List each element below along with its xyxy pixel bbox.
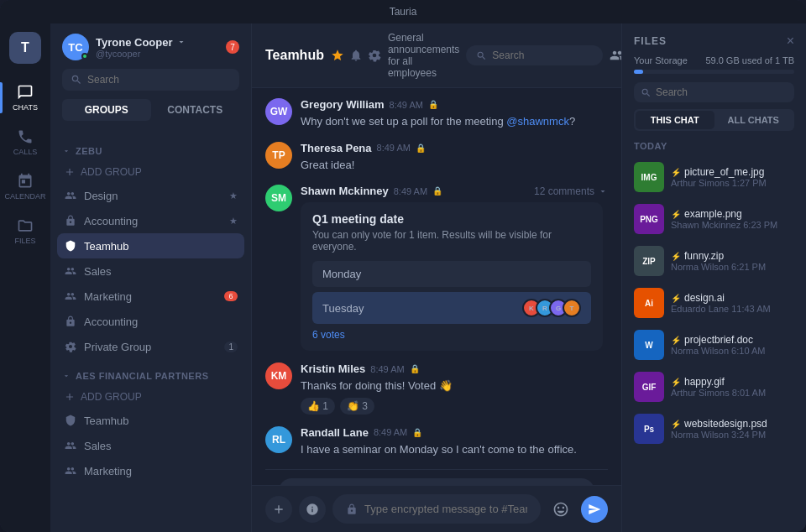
message-input-box[interactable] — [332, 494, 541, 524]
file-item[interactable]: Ps ⚡ websitedesign.psd Norma Wilson 3:24… — [629, 408, 799, 450]
add-icon — [64, 166, 76, 178]
poll-title: Q1 meeting date — [312, 212, 591, 226]
calendar-label: CALENDAR — [4, 192, 45, 201]
sidebar-item-chats[interactable]: CHATS — [0, 76, 50, 120]
group-teamhub2-name: Teamhub — [84, 415, 238, 427]
file-thumbnail: Ai — [634, 288, 664, 318]
group-teamhub-name: Teamhub — [84, 240, 238, 253]
msg-text: Great idea! — [301, 157, 608, 174]
group-marketing2-name: Marketing — [84, 465, 238, 477]
file-item[interactable]: IMG ⚡ picture_of_me.jpg Arthur Simons 1:… — [629, 156, 799, 198]
file-thumbnail: ZIP — [634, 246, 664, 276]
groups-search-box[interactable] — [62, 69, 239, 91]
file-item[interactable]: W ⚡ projectbrief.doc Norma Wilson 6:10 A… — [629, 324, 799, 366]
send-button[interactable] — [581, 496, 608, 523]
avatar: KM — [265, 362, 292, 389]
message-input-area — [252, 485, 621, 532]
info-button[interactable] — [299, 496, 326, 523]
add-group-aes[interactable]: ADD GROUP — [57, 386, 244, 408]
msg-text: Thanks for doing this! Voted 👋 — [301, 378, 608, 394]
tab-this-chat[interactable]: THIS CHAT — [636, 111, 714, 129]
file-item[interactable]: PNG ⚡ example.png Shawn Mckinnez 6:23 PM — [629, 198, 799, 240]
files-search-box[interactable] — [634, 82, 794, 102]
chat-search-input[interactable] — [492, 50, 593, 61]
msg-sender: Randall Lane — [301, 426, 369, 439]
file-icon: ⚡ — [671, 210, 681, 219]
comment-input[interactable] — [279, 478, 594, 485]
chat-search-box[interactable] — [466, 45, 603, 65]
sidebar-item-calls[interactable]: CALLS — [0, 120, 50, 164]
files-label: FILES — [14, 237, 35, 245]
file-info: ⚡ example.png Shawn Mckinnez 6:23 PM — [671, 208, 794, 230]
tab-contacts[interactable]: CONTACTS — [151, 99, 240, 121]
storage-labels: Your Storage 59.0 GB used of 1 TB — [634, 55, 794, 65]
bell-icon[interactable] — [349, 49, 363, 62]
group-marketing[interactable]: Marketing 6 — [57, 284, 244, 309]
reaction-clap[interactable]: 👏 3 — [340, 398, 374, 415]
file-item[interactable]: GIF ⚡ happy.gif Arthur Simons 8:01 AM — [629, 366, 799, 408]
calls-label: CALLS — [13, 148, 38, 156]
msg-sender: Theresa Pena — [301, 142, 372, 154]
icon-sidebar: T CHATS CALLS CALENDAR FILES — [0, 23, 50, 532]
message-input-field[interactable] — [364, 503, 527, 515]
attach-button[interactable] — [265, 496, 292, 523]
section-zebu[interactable]: ZEBU — [57, 143, 244, 159]
comment-count[interactable]: 12 comments — [534, 185, 608, 197]
group-design[interactable]: Design ★ — [57, 183, 244, 208]
team-icon — [64, 289, 77, 303]
group-private-name: Private Group — [84, 341, 217, 353]
sidebar-item-files[interactable]: FILES — [0, 209, 50, 253]
chevron-down-icon — [598, 186, 608, 196]
group-sales[interactable]: Sales — [57, 258, 244, 284]
msg-header: Gregory William 8:49 AM 🔒 — [301, 98, 608, 111]
file-item[interactable]: ZIP ⚡ funny.zip Norma Wilson 6:21 PM — [629, 240, 799, 282]
group-accounting2-name: Accounting — [84, 316, 238, 328]
search-input[interactable] — [87, 74, 231, 86]
mention: @shawnmck — [506, 115, 569, 128]
group-private[interactable]: Private Group 1 — [57, 334, 244, 359]
people-icon[interactable] — [610, 48, 621, 63]
group-accounting[interactable]: Accounting ★ — [57, 208, 244, 233]
group-teamhub2[interactable]: Teamhub — [57, 408, 244, 433]
file-item[interactable]: Ai ⚡ design.ai Eduardo Lane 11:43 AM — [629, 282, 799, 324]
star-icon[interactable] — [331, 49, 344, 62]
poll-option-monday[interactable]: Monday — [312, 261, 591, 287]
poll-option-tuesday[interactable]: Tuesday K R G T — [312, 292, 591, 324]
group-teamhub[interactable]: Teamhub — [57, 233, 244, 258]
group-sales2[interactable]: Sales — [57, 433, 244, 458]
reaction-row: 👍 1 👏 3 — [301, 398, 608, 415]
storage-label-right: 59.0 GB used of 1 TB — [705, 55, 794, 65]
group-accounting2[interactable]: Accounting — [57, 309, 244, 334]
group-sales2-name: Sales — [84, 440, 238, 452]
poll-votes[interactable]: 6 votes — [312, 329, 591, 341]
private-badge: 1 — [224, 342, 238, 352]
sidebar-item-calendar[interactable]: CALENDAR — [0, 164, 50, 209]
message-4: KM Kristin Miles 8:49 AM 🔒 Thanks for do… — [265, 362, 608, 415]
close-button[interactable]: × — [787, 34, 794, 49]
comment-count-text: 12 comments — [534, 185, 594, 197]
avatar: GW — [265, 98, 292, 125]
file-icon: ⚡ — [671, 336, 681, 345]
avatar: TC — [62, 34, 89, 60]
msg-header: Kristin Miles 8:49 AM 🔒 — [301, 362, 608, 375]
add-group-zebu[interactable]: ADD GROUP — [57, 161, 244, 183]
msg-text: I have a seminar on Monday so I can't co… — [301, 441, 608, 458]
star-icon: ★ — [229, 190, 238, 201]
group-marketing2[interactable]: Marketing — [57, 458, 244, 483]
settings-icon[interactable] — [368, 49, 381, 62]
tab-all-chats[interactable]: ALL CHATS — [714, 111, 793, 129]
tab-groups[interactable]: GROUPS — [62, 99, 151, 121]
reaction-thumbs[interactable]: 👍 1 — [301, 398, 335, 415]
lock-icon: 🔒 — [412, 428, 422, 437]
message-1: GW Gregory William 8:49 AM 🔒 Why don't w… — [265, 98, 608, 130]
msg-content: Kristin Miles 8:49 AM 🔒 Thanks for doing… — [301, 362, 608, 415]
notification-badge: 7 — [226, 40, 239, 54]
file-info: ⚡ funny.zip Norma Wilson 6:21 PM — [671, 250, 794, 272]
section-aes[interactable]: AES FINANCIAL PARTNERS — [57, 368, 244, 384]
msg-time: 8:49 AM — [377, 143, 411, 153]
file-name: ⚡ example.png — [671, 208, 794, 220]
poll-container: Q1 meeting date You can only vote for 1 … — [301, 202, 603, 351]
files-search-input[interactable] — [656, 86, 788, 98]
team-icon — [64, 264, 77, 278]
emoji-button[interactable] — [547, 496, 574, 523]
